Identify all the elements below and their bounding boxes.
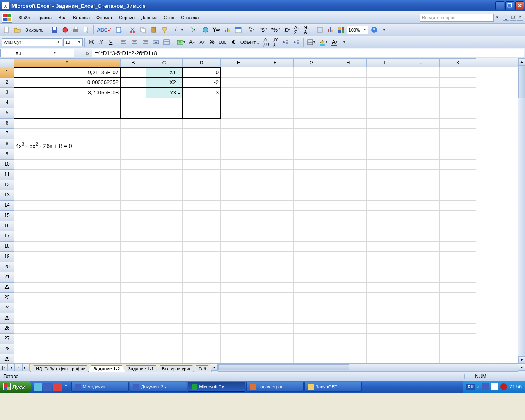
cell-E15[interactable] [221, 211, 257, 221]
cell-D3[interactable]: 3 [183, 88, 221, 98]
row-header[interactable]: 5 [0, 108, 14, 119]
row-header[interactable]: 27 [0, 334, 14, 344]
cell-D11[interactable] [183, 170, 221, 180]
toolbar-options-button[interactable]: ▾ [380, 25, 389, 34]
menu-data[interactable]: Данные [138, 14, 161, 22]
cell-A8[interactable]: 4x3 - 5x2 - 26x + 8 = 0 [14, 139, 121, 149]
print-button[interactable] [71, 25, 81, 34]
cell-J21[interactable] [403, 272, 440, 283]
cell-H13[interactable] [330, 190, 367, 201]
cell-H5[interactable] [330, 108, 367, 119]
cell-G9[interactable] [294, 149, 330, 160]
print-preview-button[interactable] [82, 25, 91, 34]
cell-B5[interactable] [121, 108, 146, 119]
row-header[interactable]: 21 [0, 272, 14, 283]
cell-C13[interactable] [146, 190, 183, 201]
cell-H29[interactable] [330, 354, 367, 363]
cell-K20[interactable] [440, 262, 476, 272]
cell-F27[interactable] [257, 334, 294, 344]
cell-H9[interactable] [330, 149, 367, 160]
cell-B23[interactable] [121, 293, 146, 303]
row-header[interactable]: 25 [0, 313, 14, 324]
increase-font-button[interactable]: A▴ [187, 38, 197, 47]
sheet-tab[interactable]: ИД_Табул_фун. график [30, 365, 91, 372]
cell-K10[interactable] [440, 160, 476, 170]
cell-C14[interactable] [146, 201, 183, 211]
cell-A13[interactable] [14, 190, 121, 201]
cell-H3[interactable] [330, 88, 367, 98]
cell-A24[interactable] [14, 303, 121, 313]
cell-K17[interactable] [440, 231, 476, 242]
currency-button[interactable]: ▾ [175, 38, 187, 47]
cell-C21[interactable] [146, 272, 183, 283]
cell-J6[interactable] [403, 119, 440, 129]
cell-H26[interactable] [330, 324, 367, 334]
cell-A10[interactable] [14, 160, 121, 170]
cell-C28[interactable] [146, 344, 183, 354]
italic-button[interactable]: К [96, 38, 105, 47]
office-logo-icon[interactable] [2, 13, 12, 23]
cell-F19[interactable] [257, 252, 294, 262]
cell-B12[interactable] [121, 180, 146, 190]
chart-bar-button[interactable] [326, 25, 336, 34]
cell-G15[interactable] [294, 211, 330, 221]
cell-E29[interactable] [221, 354, 257, 363]
fill-color-button[interactable]: ▾ [317, 38, 329, 47]
cell-I5[interactable] [367, 108, 403, 119]
tab-nav-last[interactable]: ▸| [22, 364, 30, 371]
cell-F3[interactable] [257, 88, 294, 98]
cell-E3[interactable] [221, 88, 257, 98]
cell-C10[interactable] [146, 160, 183, 170]
cell-B15[interactable] [121, 211, 146, 221]
cell-B27[interactable] [121, 334, 146, 344]
chart-wizard-button[interactable] [223, 25, 233, 34]
cell-A22[interactable] [14, 283, 121, 293]
cell-J28[interactable] [403, 344, 440, 354]
cell-K13[interactable] [440, 190, 476, 201]
cell-D12[interactable] [183, 180, 221, 190]
cell-B21[interactable] [121, 272, 146, 283]
cell-D10[interactable] [183, 160, 221, 170]
decrease-decimal-button[interactable]: ,00,0 [271, 38, 280, 47]
row-header[interactable]: 17 [0, 231, 14, 242]
permission-button[interactable] [60, 25, 70, 34]
cell-I4[interactable] [367, 98, 403, 108]
hyperlink-button[interactable] [201, 25, 210, 34]
row-header[interactable]: 29 [0, 354, 14, 363]
cell-B29[interactable] [121, 354, 146, 363]
cell-E18[interactable] [221, 242, 257, 252]
row-header[interactable]: 24 [0, 303, 14, 313]
col-header-I[interactable]: I [367, 58, 403, 67]
col-header-J[interactable]: J [403, 58, 440, 67]
cell-K5[interactable] [440, 108, 476, 119]
cell-C19[interactable] [146, 252, 183, 262]
undo-button[interactable]: ▾ [173, 25, 185, 34]
cell-D15[interactable] [183, 211, 221, 221]
cell-I25[interactable] [367, 313, 403, 324]
cell-C25[interactable] [146, 313, 183, 324]
comma-format-button[interactable]: "%" [269, 25, 281, 34]
cell-C1[interactable]: X1 = [146, 67, 183, 78]
cell-B18[interactable] [121, 242, 146, 252]
cell-J29[interactable] [403, 354, 440, 363]
cell-H21[interactable] [330, 272, 367, 283]
menu-file[interactable]: Файл [16, 14, 33, 22]
cell-G8[interactable] [294, 139, 330, 149]
research-button[interactable] [114, 25, 124, 34]
cell-F29[interactable] [257, 354, 294, 363]
scroll-left-button[interactable]: ◂ [211, 364, 218, 371]
scroll-thumb[interactable] [518, 65, 525, 98]
cell-A9[interactable] [14, 149, 121, 160]
cell-E2[interactable] [221, 78, 257, 88]
cell-A26[interactable] [14, 324, 121, 334]
cell-I22[interactable] [367, 283, 403, 293]
cell-G11[interactable] [294, 170, 330, 180]
cell-D19[interactable] [183, 252, 221, 262]
taskbar-item[interactable]: ЗаочнОБТ [304, 382, 362, 392]
col-header-B[interactable]: B [121, 58, 146, 67]
paste-button[interactable] [149, 25, 159, 34]
row-header[interactable]: 15 [0, 211, 14, 221]
cell-A20[interactable] [14, 262, 121, 272]
cell-A27[interactable] [14, 334, 121, 344]
cell-E5[interactable] [221, 108, 257, 119]
